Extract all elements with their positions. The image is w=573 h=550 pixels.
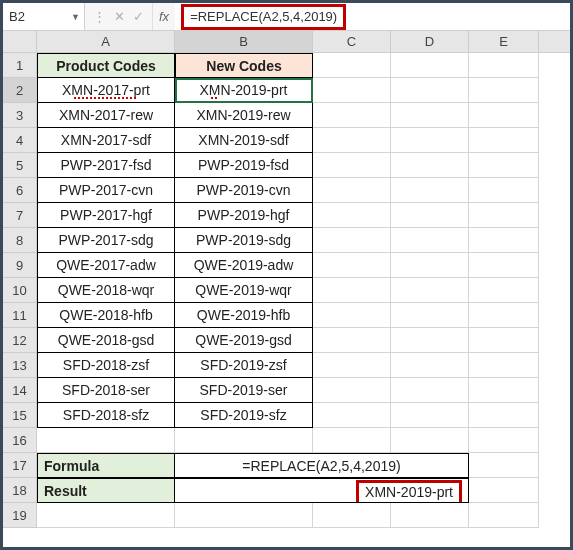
- cell[interactable]: [469, 478, 539, 503]
- formula-bar[interactable]: =REPLACE(A2,5,4,2019): [175, 3, 570, 30]
- row-header[interactable]: 12: [3, 328, 37, 353]
- cell[interactable]: [175, 428, 313, 453]
- cell[interactable]: [391, 228, 469, 253]
- row-header[interactable]: 5: [3, 153, 37, 178]
- cell[interactable]: [391, 403, 469, 428]
- row-header[interactable]: 17: [3, 453, 37, 478]
- cell[interactable]: SFD-2018-sfz: [37, 403, 175, 428]
- cell[interactable]: [313, 328, 391, 353]
- row-header[interactable]: 11: [3, 303, 37, 328]
- cell[interactable]: [469, 103, 539, 128]
- cell[interactable]: [313, 428, 391, 453]
- col-header-d[interactable]: D: [391, 31, 469, 52]
- name-box-dropdown-icon[interactable]: ▼: [71, 12, 80, 22]
- cell[interactable]: [469, 328, 539, 353]
- cell[interactable]: QWE-2018-gsd: [37, 328, 175, 353]
- cell[interactable]: XMN-2017-sdf: [37, 128, 175, 153]
- cell[interactable]: SFD-2018-ser: [37, 378, 175, 403]
- fx-label[interactable]: fx: [153, 3, 175, 30]
- header-product-codes[interactable]: Product Codes: [37, 53, 175, 78]
- cell[interactable]: [469, 178, 539, 203]
- cell[interactable]: [469, 403, 539, 428]
- cell[interactable]: [313, 53, 391, 78]
- cell[interactable]: [313, 203, 391, 228]
- cell[interactable]: [391, 353, 469, 378]
- cell[interactable]: [469, 78, 539, 103]
- select-all-corner[interactable]: [3, 31, 37, 52]
- cell[interactable]: [469, 428, 539, 453]
- cell[interactable]: [469, 278, 539, 303]
- name-box[interactable]: B2 ▼: [3, 3, 85, 30]
- cell[interactable]: [469, 303, 539, 328]
- cell[interactable]: [313, 228, 391, 253]
- cell[interactable]: [469, 378, 539, 403]
- cell[interactable]: QWE-2018-hfb: [37, 303, 175, 328]
- row-header[interactable]: 8: [3, 228, 37, 253]
- cell[interactable]: PWP-2019-fsd: [175, 153, 313, 178]
- cell[interactable]: PWP-2019-cvn: [175, 178, 313, 203]
- cell[interactable]: [391, 128, 469, 153]
- formula-label[interactable]: Formula: [37, 453, 175, 478]
- cell[interactable]: [391, 503, 469, 528]
- cell[interactable]: XMN-2019-sdf: [175, 128, 313, 153]
- row-header[interactable]: 2: [3, 78, 37, 103]
- row-header[interactable]: 16: [3, 428, 37, 453]
- cell[interactable]: [313, 403, 391, 428]
- cell[interactable]: [313, 128, 391, 153]
- cell[interactable]: [313, 78, 391, 103]
- cell[interactable]: SFD-2019-ser: [175, 378, 313, 403]
- cell[interactable]: QWE-2019-adw: [175, 253, 313, 278]
- cell[interactable]: [469, 203, 539, 228]
- cell[interactable]: [313, 103, 391, 128]
- cell[interactable]: [469, 503, 539, 528]
- cell[interactable]: [391, 428, 469, 453]
- cell[interactable]: SFD-2019-zsf: [175, 353, 313, 378]
- cell[interactable]: [313, 253, 391, 278]
- col-header-b[interactable]: B: [175, 31, 313, 52]
- formula-value[interactable]: =REPLACE(A2,5,4,2019): [175, 453, 469, 478]
- cell[interactable]: SFD-2019-sfz: [175, 403, 313, 428]
- cell[interactable]: QWE-2019-gsd: [175, 328, 313, 353]
- row-header[interactable]: 9: [3, 253, 37, 278]
- header-new-codes[interactable]: New Codes: [175, 53, 313, 78]
- cell[interactable]: [391, 303, 469, 328]
- row-header[interactable]: 18: [3, 478, 37, 503]
- cell[interactable]: [469, 53, 539, 78]
- row-header[interactable]: 7: [3, 203, 37, 228]
- dropdown-icon[interactable]: ⋮: [93, 9, 106, 24]
- cell[interactable]: PWP-2019-hgf: [175, 203, 313, 228]
- cell[interactable]: QWE-2019-wqr: [175, 278, 313, 303]
- cell-b2[interactable]: XMN-2019-prt: [175, 78, 313, 103]
- cell[interactable]: [391, 328, 469, 353]
- row-header[interactable]: 19: [3, 503, 37, 528]
- cell[interactable]: PWP-2017-sdg: [37, 228, 175, 253]
- row-header[interactable]: 10: [3, 278, 37, 303]
- cancel-icon[interactable]: ✕: [114, 9, 125, 24]
- cell[interactable]: QWE-2019-hfb: [175, 303, 313, 328]
- row-header[interactable]: 3: [3, 103, 37, 128]
- cell[interactable]: [313, 303, 391, 328]
- cell[interactable]: [391, 378, 469, 403]
- cell[interactable]: [313, 353, 391, 378]
- cell[interactable]: [469, 353, 539, 378]
- cell[interactable]: [313, 503, 391, 528]
- cell[interactable]: [469, 228, 539, 253]
- cell[interactable]: [313, 178, 391, 203]
- cell[interactable]: [469, 153, 539, 178]
- cell[interactable]: [175, 503, 313, 528]
- cell[interactable]: PWP-2017-hgf: [37, 203, 175, 228]
- cell[interactable]: [469, 253, 539, 278]
- cell[interactable]: PWP-2017-cvn: [37, 178, 175, 203]
- cell[interactable]: [469, 453, 539, 478]
- cell[interactable]: PWP-2017-fsd: [37, 153, 175, 178]
- row-header[interactable]: 6: [3, 178, 37, 203]
- cell[interactable]: [391, 278, 469, 303]
- row-header[interactable]: 14: [3, 378, 37, 403]
- cell[interactable]: [391, 153, 469, 178]
- enter-icon[interactable]: ✓: [133, 9, 144, 24]
- col-header-e[interactable]: E: [469, 31, 539, 52]
- cell[interactable]: [313, 153, 391, 178]
- cell[interactable]: XMN-2019-rew: [175, 103, 313, 128]
- row-header[interactable]: 4: [3, 128, 37, 153]
- cell[interactable]: [391, 253, 469, 278]
